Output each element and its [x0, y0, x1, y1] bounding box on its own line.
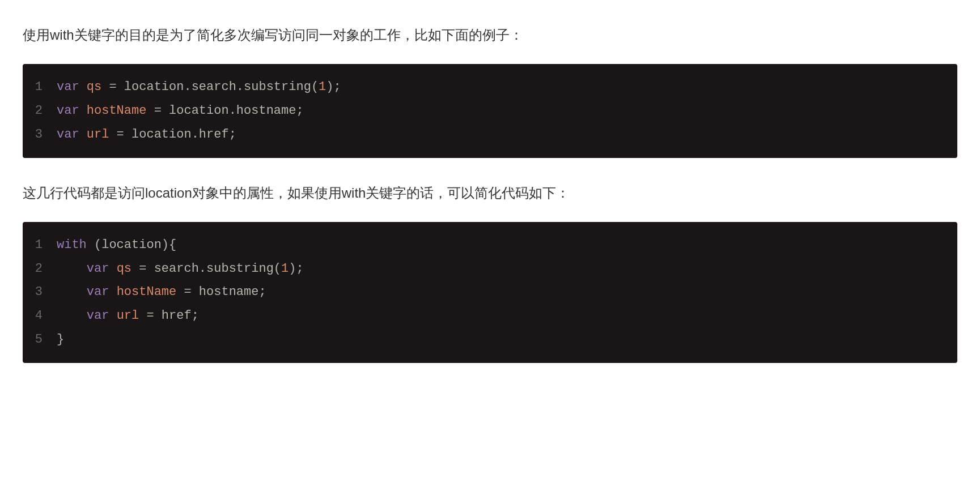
code-token — [57, 309, 87, 323]
line-number: 4 — [34, 304, 57, 328]
code-token: (location){ — [87, 238, 176, 252]
line-number: 3 — [34, 280, 57, 304]
code-block-1: 1var qs = location.search.substring(1);2… — [23, 64, 957, 157]
code-token: 1 — [281, 262, 289, 276]
code-token: hostName — [87, 104, 147, 118]
code-token — [57, 262, 87, 276]
code-token: var — [57, 80, 79, 94]
code-token: = href; — [139, 309, 199, 323]
code-line: 1with (location){ — [23, 233, 957, 257]
paragraph-2: 这几行代码都是访问location对象中的属性，如果使用with关键字的话，可以… — [23, 181, 957, 205]
code-token: = location.hostname; — [146, 104, 303, 118]
code-content: with (location){ — [57, 233, 176, 257]
line-number: 2 — [34, 99, 57, 123]
code-content: } — [57, 328, 64, 352]
code-line: 4 var url = href; — [23, 304, 957, 328]
code-token: hostName — [117, 285, 177, 299]
code-token: url — [87, 127, 109, 142]
code-token: qs — [87, 80, 101, 94]
code-token — [57, 285, 87, 299]
code-token: qs — [117, 262, 131, 276]
code-content: var qs = search.substring(1); — [57, 257, 304, 281]
code-line: 3var url = location.href; — [23, 123, 957, 147]
code-token: = location.href; — [109, 127, 236, 142]
code-line: 1var qs = location.search.substring(1); — [23, 75, 957, 99]
code-token: with — [57, 238, 87, 252]
code-token: var — [87, 309, 109, 323]
code-token: ); — [289, 262, 303, 276]
code-token — [109, 285, 116, 299]
paragraph-1: 使用with关键字的目的是为了简化多次编写访问同一对象的工作，比如下面的例子： — [23, 23, 957, 47]
code-token — [79, 104, 87, 118]
line-number: 2 — [34, 257, 57, 281]
code-line: 2var hostName = location.hostname; — [23, 99, 957, 123]
line-number: 1 — [34, 75, 57, 99]
code-token: var — [87, 285, 109, 299]
code-token — [79, 80, 87, 94]
code-line: 5} — [23, 328, 957, 352]
line-number: 5 — [34, 328, 57, 352]
code-content: var qs = location.search.substring(1); — [57, 75, 341, 99]
code-token: = search.substring( — [131, 262, 281, 276]
code-token: var — [87, 262, 109, 276]
code-token — [79, 127, 87, 142]
code-line: 2 var qs = search.substring(1); — [23, 257, 957, 281]
code-content: var hostName = location.hostname; — [57, 99, 304, 123]
code-token: } — [57, 332, 64, 347]
code-token: url — [117, 309, 139, 323]
code-token — [109, 262, 116, 276]
code-content: var hostName = hostname; — [57, 280, 266, 304]
code-token: var — [57, 127, 79, 142]
code-token: = hostname; — [176, 285, 266, 299]
code-token — [109, 309, 116, 323]
code-content: var url = location.href; — [57, 123, 236, 147]
code-token: = location.search.substring( — [101, 80, 319, 94]
code-token: ); — [326, 80, 341, 94]
line-number: 3 — [34, 123, 57, 147]
code-content: var url = href; — [57, 304, 199, 328]
code-line: 3 var hostName = hostname; — [23, 280, 957, 304]
code-block-2: 1with (location){2 var qs = search.subst… — [23, 222, 957, 363]
code-token: var — [57, 104, 79, 118]
line-number: 1 — [34, 233, 57, 257]
code-token: 1 — [319, 80, 326, 94]
